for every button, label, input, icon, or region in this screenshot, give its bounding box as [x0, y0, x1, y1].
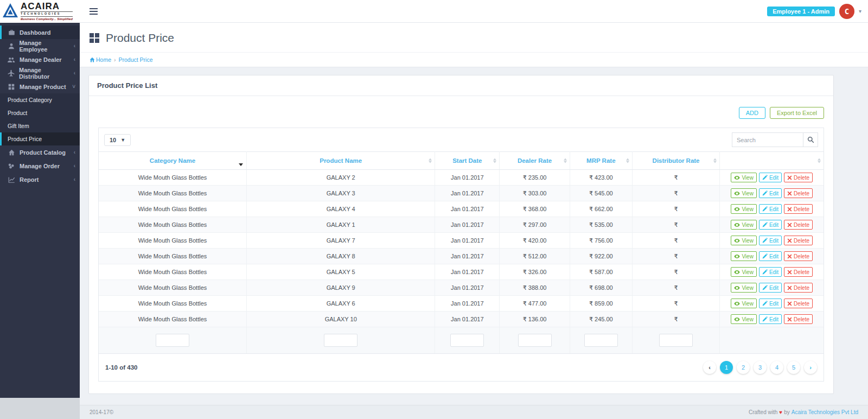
- cell-distributor_rate: ₹: [632, 233, 720, 249]
- page-number-button[interactable]: 4: [770, 361, 783, 374]
- sidebar-item-manage-employee[interactable]: Manage Employee‹: [0, 39, 80, 53]
- sidebar-item-manage-dealer[interactable]: Manage Dealer‹: [0, 53, 80, 66]
- edit-button[interactable]: Edit: [759, 188, 782, 198]
- card-body: ADD Export to Excel 10 ▼: [89, 96, 833, 393]
- edit-button[interactable]: Edit: [759, 236, 782, 245]
- cell-actions: ViewEditDelete: [720, 217, 824, 233]
- cell-dealer_rate: ₹ 477.00: [500, 296, 570, 312]
- pencil-icon: [762, 253, 768, 259]
- page-prev-button[interactable]: ‹: [703, 361, 716, 374]
- page-next-button[interactable]: ›: [804, 361, 817, 374]
- column-header-distributor-rate[interactable]: Distributor Rate: [632, 152, 720, 170]
- chevron-left-icon: ‹: [74, 176, 75, 182]
- chevron-left-icon: ‹: [74, 43, 75, 49]
- column-header-category-name[interactable]: Category Name: [99, 152, 247, 170]
- sidebar-item-report[interactable]: Report‹: [0, 173, 80, 186]
- company-link[interactable]: Acaira Technologies Pvt Ltd: [792, 409, 858, 415]
- user-role-badge[interactable]: Employee 1 - Admin: [767, 7, 835, 16]
- view-button[interactable]: View: [731, 220, 757, 230]
- brand-logo[interactable]: ACAIRA TECHNOLOGIES Business Complexity.…: [0, 0, 80, 23]
- column-header-dealer-rate[interactable]: Dealer Rate: [500, 152, 570, 170]
- column-header-actions[interactable]: [720, 152, 824, 170]
- sidebar-item-manage-distributor[interactable]: Manage Distributor‹: [0, 66, 80, 80]
- delete-button[interactable]: Delete: [784, 220, 813, 230]
- search-button[interactable]: [803, 132, 818, 147]
- avatar[interactable]: C: [839, 4, 854, 19]
- pencil-icon: [762, 238, 768, 243]
- page-number-button[interactable]: 5: [787, 361, 800, 374]
- sidebar-subitem-product-category[interactable]: Product Category: [0, 93, 80, 106]
- view-button[interactable]: View: [731, 173, 757, 182]
- eye-icon: [734, 191, 740, 196]
- card-title: Product Price List: [89, 75, 833, 96]
- chevron-left-icon: ‹: [74, 163, 75, 169]
- cell-product: GALAXY 6: [247, 296, 435, 312]
- filter-input-distributor_rate[interactable]: [659, 334, 693, 347]
- sidebar-item-product-catalog[interactable]: Product Catalog‹: [0, 145, 80, 159]
- view-button[interactable]: View: [731, 188, 757, 198]
- page-number-button[interactable]: 2: [737, 361, 750, 374]
- card-actions: ADD Export to Excel: [98, 107, 824, 119]
- menu-toggle-icon[interactable]: [90, 8, 98, 15]
- edit-button[interactable]: Edit: [759, 299, 782, 308]
- delete-button[interactable]: Delete: [784, 204, 813, 214]
- column-header-product-name[interactable]: Product Name: [247, 152, 435, 170]
- view-button[interactable]: View: [731, 299, 757, 308]
- eye-icon: [734, 223, 740, 227]
- page-number-button[interactable]: 1: [720, 361, 733, 374]
- edit-button[interactable]: Edit: [759, 251, 782, 261]
- filter-input-category[interactable]: [156, 334, 189, 347]
- sidebar-subitem-product-price[interactable]: Product Price: [0, 132, 80, 145]
- delete-button[interactable]: Delete: [784, 283, 813, 293]
- cell-distributor_rate: ₹: [632, 217, 720, 233]
- view-button[interactable]: View: [731, 283, 757, 293]
- sidebar-subitem-gift-item[interactable]: Gift Item: [0, 119, 80, 132]
- search-input[interactable]: [732, 132, 803, 147]
- edit-button[interactable]: Edit: [759, 173, 782, 182]
- cell-category: Wide Mouth Glass Bottles: [99, 201, 247, 217]
- view-button[interactable]: View: [731, 204, 757, 214]
- eye-icon: [734, 270, 740, 275]
- edit-button[interactable]: Edit: [759, 283, 782, 293]
- delete-button[interactable]: Delete: [784, 236, 813, 245]
- add-button[interactable]: ADD: [739, 107, 765, 119]
- delete-button[interactable]: Delete: [784, 188, 813, 198]
- sidebar-item-manage-product[interactable]: Manage Product˅: [0, 80, 80, 93]
- filter-input-mrp_rate[interactable]: [584, 334, 618, 347]
- brand-triangle-icon: [2, 3, 18, 18]
- filter-input-dealer_rate[interactable]: [518, 334, 552, 347]
- column-header-start-date[interactable]: Start Date: [435, 152, 500, 170]
- sidebar-item-dashboard[interactable]: Dashboard: [0, 26, 80, 39]
- delete-button[interactable]: Delete: [784, 251, 813, 261]
- edit-button[interactable]: Edit: [759, 314, 782, 324]
- cell-actions: ViewEditDelete: [720, 170, 824, 186]
- x-icon: [787, 270, 792, 275]
- breadcrumb-current[interactable]: Product Price: [119, 56, 153, 63]
- breadcrumb-home-link[interactable]: Home: [90, 56, 111, 63]
- cell-dealer_rate: ₹ 303.00: [500, 186, 570, 201]
- delete-button[interactable]: Delete: [784, 267, 813, 277]
- edit-button[interactable]: Edit: [759, 220, 782, 230]
- view-button[interactable]: View: [731, 314, 757, 324]
- view-button[interactable]: View: [731, 236, 757, 245]
- chevron-down-icon[interactable]: ▾: [859, 8, 861, 14]
- column-header-mrp-rate[interactable]: MRP Rate: [570, 152, 632, 170]
- delete-button[interactable]: Delete: [784, 314, 813, 324]
- filter-input-start_date[interactable]: [450, 334, 484, 347]
- sidebar-item-manage-order[interactable]: Manage Order‹: [0, 159, 80, 173]
- delete-button[interactable]: Delete: [784, 299, 813, 308]
- view-button[interactable]: View: [731, 267, 757, 277]
- edit-button[interactable]: Edit: [759, 204, 782, 214]
- delete-button[interactable]: Delete: [784, 173, 813, 182]
- sidebar-item-label: Manage Employee: [19, 40, 69, 53]
- view-button[interactable]: View: [731, 251, 757, 261]
- page-size-select[interactable]: 10 ▼: [104, 134, 131, 146]
- edit-button[interactable]: Edit: [759, 267, 782, 277]
- search-icon: [807, 136, 814, 143]
- app-root: ACAIRA TECHNOLOGIES Business Complexity.…: [0, 0, 868, 419]
- users-icon: [8, 56, 15, 63]
- page-number-button[interactable]: 3: [754, 361, 767, 374]
- sidebar-subitem-product[interactable]: Product: [0, 106, 80, 119]
- export-excel-button[interactable]: Export to Excel: [770, 107, 824, 119]
- filter-input-product[interactable]: [324, 334, 358, 347]
